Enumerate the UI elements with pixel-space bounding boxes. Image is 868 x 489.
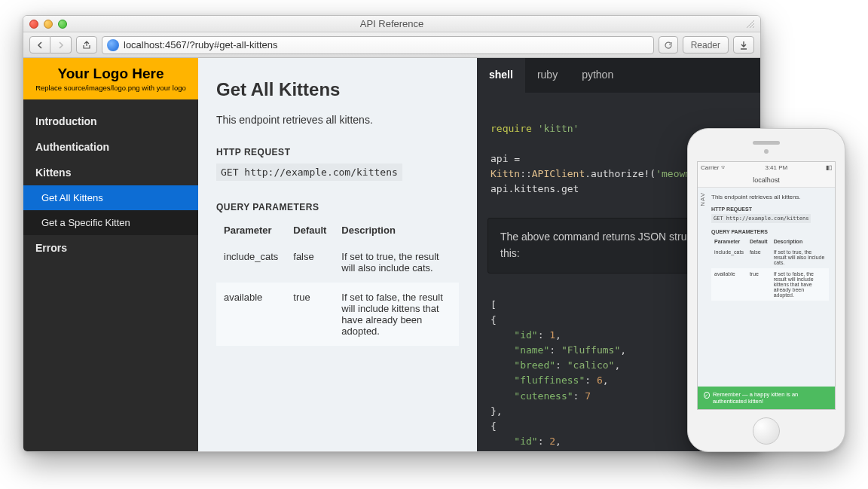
- success-banner: ✓ Remember — a happy kitten is an authen…: [698, 387, 835, 409]
- back-button[interactable]: [29, 36, 50, 53]
- time-label: 3:41 PM: [765, 164, 787, 171]
- window-title: API Reference: [23, 18, 760, 29]
- banner-text: Remember — a happy kitten is an authenti…: [713, 391, 829, 405]
- table-header-row: Parameter Default Description: [216, 219, 459, 242]
- param-name: available: [216, 283, 286, 346]
- nav-button-group: [29, 36, 72, 53]
- nav-kittens[interactable]: Kittens: [23, 160, 198, 185]
- code-token: :: [549, 344, 561, 356]
- forward-button[interactable]: [50, 36, 72, 53]
- param-name: include_cats: [216, 242, 286, 283]
- lang-tabs: shell ruby python: [477, 58, 760, 93]
- reader-button[interactable]: Reader: [683, 36, 729, 53]
- http-request-heading: HTTP REQUEST: [216, 147, 459, 157]
- param-default: true: [286, 283, 334, 346]
- downloads-button[interactable]: [733, 36, 754, 53]
- logo-subtitle: Replace source/images/logo.png with your…: [32, 84, 189, 92]
- sidebar: Your Logo Here Replace source/images/log…: [23, 58, 198, 451]
- code-token: ,: [555, 329, 561, 341]
- nav-get-all-kittens[interactable]: Get All Kittens: [23, 185, 198, 210]
- code-token: ::: [520, 168, 532, 179]
- table-row: include_cats false If set to true, the r…: [216, 242, 459, 283]
- reload-button[interactable]: [659, 36, 678, 53]
- logo-box: Your Logo Here Replace source/images/log…: [23, 58, 198, 99]
- mini-doc: NAV This endpoint retrieves all kittens.…: [698, 188, 835, 387]
- nav-errors[interactable]: Errors: [23, 235, 198, 261]
- reader-label: Reader: [691, 40, 720, 50]
- code-token: "breed": [491, 359, 555, 371]
- param-name: available: [711, 268, 747, 301]
- code-token: Kittn: [491, 168, 520, 179]
- param-default: false: [286, 242, 334, 283]
- titlebar: API Reference: [23, 16, 760, 32]
- code-token: "fluffiness": [491, 374, 585, 386]
- address-bar[interactable]: localhost:4567/?ruby#get-all-kittens: [102, 36, 654, 54]
- share-button[interactable]: [76, 36, 97, 53]
- nav: Introduction Authentication Kittens Get …: [23, 99, 198, 270]
- phone-speaker-icon: [753, 141, 780, 145]
- http-request-line: GET http://example.com/kittens: [216, 164, 402, 181]
- mini-http-heading: HTTP REQUEST: [711, 206, 829, 212]
- content: Get All Kittens This endpoint retrieves …: [198, 58, 760, 451]
- carrier-label: Carrier ᯤ: [701, 164, 727, 171]
- code-token: :: [538, 436, 550, 447]
- phone-navbar: localhost: [698, 173, 835, 188]
- browser-toolbar: localhost:4567/?ruby#get-all-kittens Rea…: [23, 32, 760, 58]
- logo-title: Your Logo Here: [32, 66, 189, 82]
- resize-grip-icon: [745, 19, 756, 29]
- param-default: false: [747, 246, 771, 268]
- nav-toggle-label[interactable]: NAV: [699, 192, 706, 206]
- tab-shell[interactable]: shell: [477, 58, 525, 93]
- code-token: :: [555, 359, 567, 371]
- param-default: true: [747, 268, 771, 301]
- params-table: Parameter Default Description include_ca…: [216, 219, 459, 346]
- code-token: :: [573, 390, 585, 402]
- code-token: ,: [603, 374, 609, 386]
- query-params-heading: QUERY PARAMETERS: [216, 202, 459, 212]
- code-token: "name": [491, 344, 549, 356]
- endpoint-description: This endpoint retrieves all kittens.: [216, 114, 459, 126]
- subnav-kittens: Get All Kittens Get a Specific Kitten: [23, 185, 198, 235]
- code-token: APIClient: [532, 168, 585, 179]
- mini-params-table: Parameter Default Description include_ca…: [711, 237, 829, 301]
- code-token: "id": [491, 329, 538, 341]
- th-description: Description: [771, 237, 829, 246]
- browser-window: API Reference localhost:4567/?ruby#get-a…: [23, 15, 761, 452]
- th-parameter: Parameter: [216, 219, 286, 242]
- th-default: Default: [747, 237, 771, 246]
- code-token: require: [491, 123, 532, 134]
- phone-screen: Carrier ᯤ 3:41 PM ▮▯ localhost NAV This …: [697, 161, 836, 410]
- param-desc: If set to true, the result will also inc…: [334, 242, 459, 283]
- code-token: .authorize!(: [585, 168, 656, 179]
- phone-camera-icon: [764, 149, 769, 154]
- th-default: Default: [286, 219, 334, 242]
- code-token: ,: [614, 359, 620, 371]
- nav-introduction[interactable]: Introduction: [23, 108, 198, 134]
- table-row: available true If set to false, the resu…: [711, 268, 829, 301]
- home-button[interactable]: [753, 417, 780, 445]
- code-token: "id": [491, 436, 538, 447]
- code-token: 2: [549, 436, 555, 447]
- phone-statusbar: Carrier ᯤ 3:41 PM ▮▯: [698, 162, 835, 173]
- nav-authentication[interactable]: Authentication: [23, 134, 198, 160]
- code-token: "cuteness": [491, 390, 573, 402]
- code-token: "calico": [567, 359, 615, 371]
- code-token: :: [585, 374, 597, 386]
- mini-desc: This endpoint retrieves all kittens.: [711, 194, 829, 200]
- th-parameter: Parameter: [711, 237, 747, 246]
- table-header-row: Parameter Default Description: [711, 237, 829, 246]
- phone-mockup: Carrier ᯤ 3:41 PM ▮▯ localhost NAV This …: [687, 128, 845, 452]
- code-token: 7: [585, 390, 591, 402]
- param-desc: If set to false, the result will include…: [334, 283, 459, 346]
- nav-get-specific-kitten[interactable]: Get a Specific Kitten: [23, 210, 198, 235]
- tab-python[interactable]: python: [570, 58, 625, 93]
- code-token: ,: [555, 436, 561, 447]
- tab-ruby[interactable]: ruby: [525, 58, 570, 93]
- check-icon: ✓: [704, 392, 710, 399]
- url-text: localhost:4567/?ruby#get-all-kittens: [124, 39, 278, 50]
- th-description: Description: [334, 219, 459, 242]
- table-row: available true If set to false, the resu…: [216, 283, 459, 346]
- mini-qp-heading: QUERY PARAMETERS: [711, 229, 829, 234]
- param-name: include_cats: [711, 246, 747, 268]
- param-desc: If set to true, the result will also inc…: [771, 246, 829, 268]
